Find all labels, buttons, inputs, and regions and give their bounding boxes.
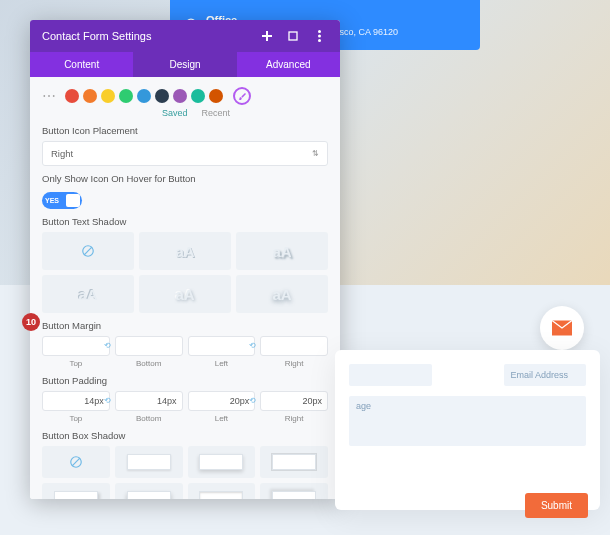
svg-line-8	[84, 247, 92, 255]
panel-header: Contact Form Settings	[30, 20, 340, 52]
box-shadow-opt-7[interactable]	[188, 483, 256, 499]
color-swatches: ⋯	[42, 85, 328, 110]
swatch-red[interactable]	[65, 89, 79, 103]
margin-right-input[interactable]	[260, 336, 328, 356]
panel-tabs: Content Design Advanced	[30, 52, 340, 77]
swatch-dark[interactable]	[155, 89, 169, 103]
tab-advanced[interactable]: Advanced	[237, 52, 340, 77]
text-shadow-label: Button Text Shadow	[42, 216, 328, 227]
submit-button[interactable]: Submit	[525, 493, 588, 518]
box-shadow-none[interactable]	[42, 446, 110, 478]
link-icon[interactable]: ⟲	[249, 341, 256, 350]
padding-top-input[interactable]: 14px⟲	[42, 391, 110, 411]
tab-content[interactable]: Content	[30, 52, 133, 77]
box-shadow-opt-3[interactable]	[188, 446, 256, 478]
name-field[interactable]	[349, 364, 432, 386]
box-shadow-opt-5[interactable]	[42, 483, 110, 499]
saved-tab[interactable]: Saved	[162, 108, 188, 118]
svg-point-4	[318, 30, 321, 33]
swatch-rust[interactable]	[209, 89, 223, 103]
link-icon[interactable]: ⟲	[104, 341, 111, 350]
mail-fab[interactable]	[540, 306, 584, 350]
icon-placement-select[interactable]: Right ⇅	[42, 141, 328, 166]
recent-tab[interactable]: Recent	[202, 108, 231, 118]
swatch-teal[interactable]	[191, 89, 205, 103]
svg-point-5	[318, 35, 321, 38]
box-shadow-opt-2[interactable]	[115, 446, 183, 478]
message-field[interactable]: age	[349, 396, 586, 446]
padding-label: Button Padding	[42, 375, 328, 386]
margin-left-input[interactable]: ⟲	[188, 336, 256, 356]
text-shadow-opt-5[interactable]: aA	[139, 275, 231, 313]
box-shadow-label: Button Box Shadow	[42, 430, 328, 441]
menu-icon[interactable]	[310, 27, 328, 45]
margin-top-input[interactable]: ⟲	[42, 336, 110, 356]
step-badge: 10	[22, 313, 40, 331]
icon-hover-label: Only Show Icon On Hover for Button	[42, 173, 328, 184]
updown-icon: ⇅	[312, 149, 319, 158]
expand-icon[interactable]	[284, 27, 302, 45]
svg-point-6	[318, 39, 321, 42]
svg-line-10	[72, 458, 80, 466]
more-icon[interactable]: ⋯	[42, 88, 57, 104]
icon-hover-toggle[interactable]: YES	[42, 192, 82, 209]
link-icon[interactable]: ⟲	[104, 396, 111, 405]
icon-placement-label: Button Icon Placement	[42, 125, 328, 136]
margin-label: Button Margin	[42, 320, 328, 331]
box-shadow-opt-6[interactable]	[115, 483, 183, 499]
text-shadow-opt-3[interactable]: aA	[236, 232, 328, 270]
settings-panel: Contact Form Settings Content Design Adv…	[30, 20, 340, 499]
text-shadow-opt-4[interactable]: aA	[42, 275, 134, 313]
contact-form: Email Address age Submit	[335, 350, 600, 510]
saved-recent-tabs: Saved Recent	[42, 108, 328, 118]
text-shadow-none[interactable]	[42, 232, 134, 270]
box-shadow-opt-4[interactable]	[260, 446, 328, 478]
tab-design[interactable]: Design	[133, 52, 236, 77]
text-shadow-opt-2[interactable]: aA	[139, 232, 231, 270]
margin-bottom-input[interactable]	[115, 336, 183, 356]
text-shadow-opt-6[interactable]: aA	[236, 275, 328, 313]
svg-rect-2	[266, 31, 268, 41]
swatch-blue[interactable]	[137, 89, 151, 103]
padding-left-input[interactable]: 20px⟲	[188, 391, 256, 411]
padding-bottom-input[interactable]: 14px	[115, 391, 183, 411]
swatch-green[interactable]	[119, 89, 133, 103]
panel-title: Contact Form Settings	[42, 30, 258, 42]
brush-icon[interactable]	[233, 87, 251, 105]
swatch-purple[interactable]	[173, 89, 187, 103]
box-shadow-opt-8[interactable]	[260, 483, 328, 499]
svg-rect-3	[289, 32, 297, 40]
link-icon[interactable]: ⟲	[249, 396, 256, 405]
swatch-yellow[interactable]	[101, 89, 115, 103]
collapse-icon[interactable]	[258, 27, 276, 45]
swatch-orange[interactable]	[83, 89, 97, 103]
padding-right-input[interactable]: 20px	[260, 391, 328, 411]
email-field[interactable]: Email Address	[504, 364, 587, 386]
